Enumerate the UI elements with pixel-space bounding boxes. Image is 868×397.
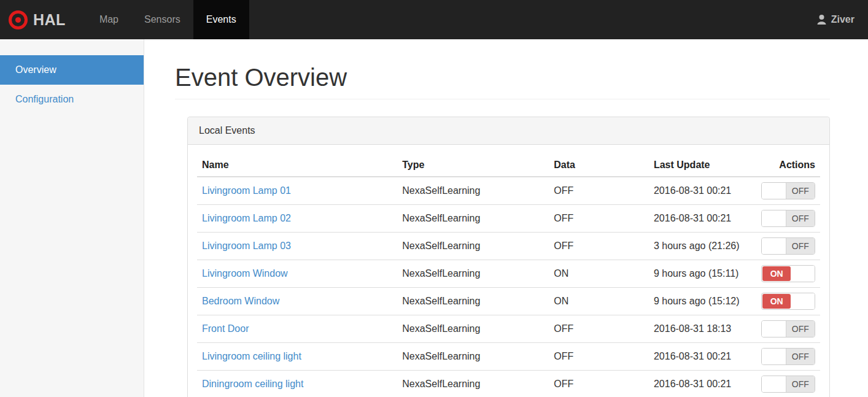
event-name-link[interactable]: Livingroom Window xyxy=(202,268,288,279)
event-last-update: 2016-08-31 00:21 xyxy=(649,343,756,371)
toggle-state-label: OFF xyxy=(786,321,815,337)
column-header-data: Data xyxy=(549,154,649,177)
nav-item-map[interactable]: Map xyxy=(87,0,131,39)
table-header-row: Name Type Data Last Update Actions xyxy=(197,154,820,177)
navbar-menu: Map Sensors Events xyxy=(87,0,249,39)
table-row: Livingroom ceiling light NexaSelfLearnin… xyxy=(197,343,820,371)
event-type: NexaSelfLearning xyxy=(397,177,549,205)
event-data: OFF xyxy=(549,315,649,343)
event-type: NexaSelfLearning xyxy=(397,288,549,315)
table-row: Livingroom Lamp 03 NexaSelfLearning OFF … xyxy=(197,233,820,260)
event-toggle-switch[interactable]: OFF xyxy=(761,376,815,393)
brand[interactable]: HAL xyxy=(0,0,76,39)
event-data: OFF xyxy=(549,205,649,233)
event-toggle-switch[interactable]: OFF xyxy=(761,320,815,337)
toggle-handle xyxy=(791,293,815,309)
event-data: ON xyxy=(549,260,649,288)
toggle-handle xyxy=(762,349,786,364)
event-data: OFF xyxy=(549,371,649,397)
column-header-actions: Actions xyxy=(756,154,820,177)
table-row: Diningroom ceiling light NexaSelfLearnin… xyxy=(197,371,820,397)
sidebar-item-overview[interactable]: Overview xyxy=(0,55,144,85)
table-row: Livingroom Lamp 01 NexaSelfLearning OFF … xyxy=(197,177,820,205)
event-type: NexaSelfLearning xyxy=(397,371,549,397)
column-header-name: Name xyxy=(197,154,397,177)
nav-item-events[interactable]: Events xyxy=(193,0,249,39)
toggle-state-label: OFF xyxy=(786,210,815,226)
event-last-update: 2016-08-31 00:21 xyxy=(649,371,756,397)
page-title: Event Overview xyxy=(175,55,830,99)
event-toggle-switch[interactable]: ON xyxy=(761,265,815,282)
column-header-type: Type xyxy=(397,154,549,177)
toggle-handle xyxy=(762,376,786,392)
event-last-update: 3 hours ago (21:26) xyxy=(649,233,756,260)
event-data: OFF xyxy=(549,233,649,260)
toggle-handle xyxy=(762,321,786,337)
toggle-handle xyxy=(762,238,786,254)
event-name-link[interactable]: Diningroom ceiling light xyxy=(202,379,303,389)
event-toggle-switch[interactable]: ON xyxy=(761,293,815,310)
table-row: Front Door NexaSelfLearning OFF 2016-08-… xyxy=(197,315,820,343)
main-content: Event Overview Local Events Name Type Da… xyxy=(144,39,868,397)
toggle-state-label: ON xyxy=(762,266,791,281)
event-data: OFF xyxy=(549,177,649,205)
user-name: Ziver xyxy=(831,14,854,25)
event-name-link[interactable]: Livingroom Lamp 01 xyxy=(202,185,291,196)
event-last-update: 9 hours ago (15:11) xyxy=(649,260,756,288)
target-icon xyxy=(9,10,28,29)
event-last-update: 2016-08-31 00:21 xyxy=(649,177,756,205)
local-events-panel: Local Events Name Type Data Last Update … xyxy=(187,117,830,397)
toggle-state-label: ON xyxy=(762,294,791,309)
page-layout: Overview Configuration Event Overview Lo… xyxy=(0,39,868,397)
event-toggle-switch[interactable]: OFF xyxy=(761,210,815,227)
event-type: NexaSelfLearning xyxy=(397,315,549,343)
panel-title: Local Events xyxy=(188,117,829,145)
event-type: NexaSelfLearning xyxy=(397,260,549,288)
nav-item-sensors[interactable]: Sensors xyxy=(131,0,193,39)
user-menu[interactable]: Ziver xyxy=(803,0,868,39)
event-type: NexaSelfLearning xyxy=(397,205,549,233)
table-row: Bedroom Window NexaSelfLearning ON 9 hou… xyxy=(197,288,820,315)
toggle-state-label: OFF xyxy=(786,349,815,364)
event-name-link[interactable]: Livingroom Lamp 02 xyxy=(202,213,291,223)
event-toggle-switch[interactable]: OFF xyxy=(761,348,815,365)
event-name-link[interactable]: Livingroom ceiling light xyxy=(202,351,301,361)
sidebar: Overview Configuration xyxy=(0,39,144,397)
table-row: Livingroom Window NexaSelfLearning ON 9 … xyxy=(197,260,820,288)
event-data: ON xyxy=(549,288,649,315)
top-navbar: HAL Map Sensors Events Ziver xyxy=(0,0,868,39)
event-type: NexaSelfLearning xyxy=(397,233,549,260)
event-last-update: 2016-08-31 18:13 xyxy=(649,315,756,343)
event-toggle-switch[interactable]: OFF xyxy=(761,182,815,199)
panel-body: Name Type Data Last Update Actions Livin… xyxy=(188,145,829,397)
event-last-update: 9 hours ago (15:12) xyxy=(649,288,756,315)
events-table: Name Type Data Last Update Actions Livin… xyxy=(197,154,820,397)
table-row: Livingroom Lamp 02 NexaSelfLearning OFF … xyxy=(197,205,820,233)
sidebar-item-configuration[interactable]: Configuration xyxy=(0,85,144,114)
event-last-update: 2016-08-31 00:21 xyxy=(649,205,756,233)
event-name-link[interactable]: Bedroom Window xyxy=(202,296,279,306)
event-name-link[interactable]: Front Door xyxy=(202,323,249,334)
column-header-last-update: Last Update xyxy=(649,154,756,177)
toggle-state-label: OFF xyxy=(786,238,815,254)
toggle-handle xyxy=(791,266,815,282)
person-icon xyxy=(816,14,827,25)
toggle-handle xyxy=(762,210,786,226)
toggle-handle xyxy=(762,183,786,199)
toggle-state-label: OFF xyxy=(786,183,815,199)
brand-label: HAL xyxy=(33,11,66,29)
toggle-state-label: OFF xyxy=(786,376,815,392)
event-data: OFF xyxy=(549,343,649,371)
event-toggle-switch[interactable]: OFF xyxy=(761,237,815,255)
event-type: NexaSelfLearning xyxy=(397,343,549,371)
event-name-link[interactable]: Livingroom Lamp 03 xyxy=(202,241,291,251)
